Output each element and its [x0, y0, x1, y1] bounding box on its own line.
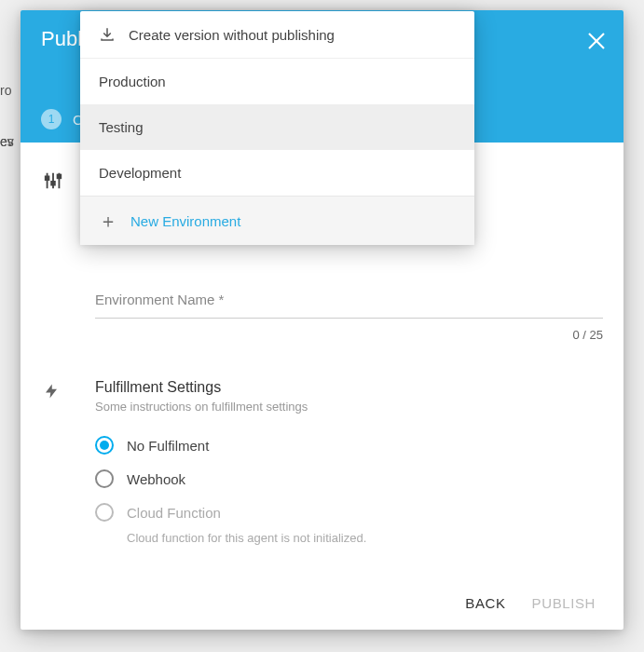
back-button[interactable]: BACK [465, 595, 505, 611]
svg-rect-7 [58, 175, 62, 179]
radio-cloud-function: Cloud Function [95, 496, 603, 529]
dropdown-item-label: Production [99, 74, 166, 89]
fulfillment-subtitle: Some instructions on fulfillment setting… [95, 400, 603, 414]
fulfillment-title: Fulfillment Settings [95, 379, 603, 396]
plus-icon: ＋ [99, 211, 117, 230]
dropdown-env-testing[interactable]: Testing [80, 104, 474, 150]
radio-no-fulfillment[interactable]: No Fulfilment [95, 428, 603, 462]
input-underline [95, 313, 603, 319]
download-icon [99, 26, 116, 43]
close-icon [586, 31, 607, 51]
dropdown-new-environment[interactable]: ＋ New Environment [80, 196, 474, 245]
dropdown-create-without-publish[interactable]: Create version without publishing [80, 11, 474, 59]
dropdown-item-label: Testing [99, 119, 144, 135]
step-number: 1 [41, 109, 62, 129]
dropdown-env-production[interactable]: Production [80, 59, 474, 104]
environment-name-label: Environment Name * [95, 292, 603, 307]
radio-icon [95, 436, 114, 455]
radio-label: No Fulfilment [127, 438, 209, 454]
svg-rect-6 [51, 182, 55, 185]
radio-icon [95, 469, 114, 488]
dropdown-item-label: Create version without publishing [129, 27, 335, 43]
environment-name-field[interactable]: Environment Name * 0 / 25 [95, 292, 603, 342]
radio-label: Cloud Function [127, 505, 221, 521]
fulfillment-radio-group: No Fulfilment Webhook Cloud Function Clo… [95, 428, 603, 545]
cloud-function-hint: Cloud function for this agent is not ini… [127, 531, 603, 545]
radio-webhook[interactable]: Webhook [95, 462, 603, 496]
environment-dropdown: Create version without publishing Produc… [80, 11, 474, 245]
close-button[interactable] [586, 31, 607, 51]
fulfillment-section: Fulfillment Settings Some instructions o… [41, 342, 603, 545]
modal-footer: BACK PUBLISH [21, 578, 623, 630]
radio-icon [95, 503, 114, 522]
svg-rect-5 [46, 176, 49, 180]
background-text: ev [0, 134, 14, 149]
bolt-icon [41, 379, 95, 545]
publish-button[interactable]: PUBLISH [532, 595, 596, 611]
dropdown-env-development[interactable]: Development [80, 150, 474, 196]
radio-label: Webhook [127, 471, 185, 487]
background-text: ro [0, 83, 11, 98]
char-counter: 0 / 25 [95, 328, 603, 342]
dropdown-item-label: New Environment [130, 213, 240, 229]
dropdown-item-label: Development [99, 165, 181, 181]
